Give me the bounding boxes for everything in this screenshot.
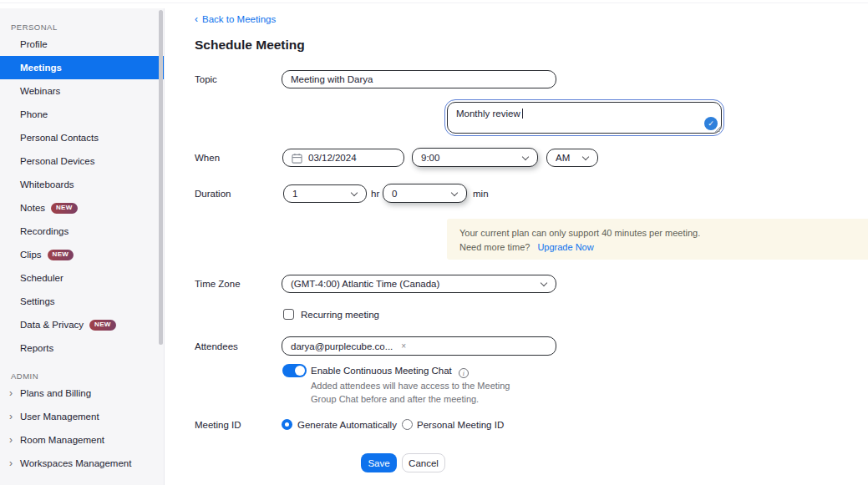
sidebar-item-plans-and-billing[interactable]: ›Plans and Billing — [0, 381, 164, 405]
sidebar-section-admin: ADMIN — [0, 360, 164, 381]
minutes-unit-label: min — [473, 189, 489, 199]
duration-minutes-select[interactable]: 0 — [383, 184, 467, 203]
personal-meeting-id-label: Personal Meeting ID — [417, 420, 504, 430]
time-select[interactable]: 9:00 — [412, 148, 538, 167]
plan-limit-banner: Your current plan can only support 40 mi… — [447, 219, 868, 260]
sidebar-section-personal: PERSONAL — [0, 8, 164, 33]
page-title: Schedule Meeting — [195, 38, 305, 53]
sidebar-item-workspaces-management[interactable]: ›Workspaces Management — [0, 452, 164, 475]
check-badge-icon: ✓ — [704, 117, 718, 130]
attendees-input[interactable]: darya@purplecube.co... × — [282, 336, 556, 356]
sidebar-item-clips[interactable]: ClipsNEW — [0, 243, 164, 266]
time-zone-select[interactable]: (GMT-4:00) Atlantic Time (Canada) — [282, 275, 556, 293]
main-content: ‹Back to Meetings Schedule Meeting Topic… — [165, 0, 868, 485]
schedule-meeting-page: PERSONAL Profile Meetings Webinars Phone… — [0, 0, 868, 485]
personal-meeting-id-radio[interactable] — [402, 419, 413, 430]
sidebar-item-user-management[interactable]: ›User Management — [0, 405, 164, 428]
date-input[interactable]: 03/12/2024 — [282, 149, 404, 167]
meridiem-select[interactable]: AM — [546, 149, 598, 167]
continuous-chat-toggle[interactable] — [282, 364, 307, 377]
new-badge: NEW — [89, 320, 116, 331]
sidebar-item-room-management[interactable]: ›Room Management — [0, 428, 164, 452]
sidebar-item-recordings[interactable]: Recordings — [0, 220, 164, 243]
remove-attendee-icon[interactable]: × — [401, 341, 406, 351]
chevron-down-icon — [451, 190, 458, 197]
sidebar-item-webinars[interactable]: Webinars — [0, 79, 164, 103]
chevron-right-icon: › — [9, 452, 13, 475]
banner-text-line1: Your current plan can only support 40 mi… — [459, 228, 700, 238]
back-to-meetings-link[interactable]: ‹Back to Meetings — [195, 13, 276, 25]
chevron-right-icon: › — [9, 381, 13, 405]
meeting-id-label: Meeting ID — [195, 420, 241, 430]
chevron-down-icon — [582, 154, 589, 161]
hours-unit-label: hr — [371, 189, 379, 199]
sidebar-item-scheduler[interactable]: Scheduler — [0, 266, 164, 290]
cancel-button[interactable]: Cancel — [402, 453, 445, 472]
attendees-label: Attendees — [195, 341, 238, 351]
save-button[interactable]: Save — [361, 453, 397, 472]
when-label: When — [195, 153, 220, 163]
sidebar-item-reports[interactable]: Reports — [0, 336, 164, 360]
sidebar-item-personal-contacts[interactable]: Personal Contacts — [0, 126, 164, 149]
sidebar-item-profile[interactable]: Profile — [0, 33, 164, 56]
recurring-meeting-checkbox[interactable] — [283, 309, 294, 320]
sidebar-item-meetings[interactable]: Meetings — [0, 56, 164, 79]
chevron-right-icon: › — [9, 405, 13, 428]
duration-hours-select[interactable]: 1 — [283, 184, 367, 203]
chevron-down-icon — [522, 154, 529, 161]
generate-automatically-label: Generate Automatically — [297, 420, 397, 430]
recurring-meeting-label: Recurring meeting — [301, 310, 379, 320]
chat-help-line1: Added attendees will have access to the … — [311, 381, 510, 391]
sidebar: PERSONAL Profile Meetings Webinars Phone… — [0, 8, 165, 485]
sidebar-item-personal-devices[interactable]: Personal Devices — [0, 149, 164, 173]
sidebar-item-notes[interactable]: NotesNEW — [0, 196, 164, 220]
info-icon[interactable]: i — [459, 368, 469, 378]
generate-automatically-radio[interactable] — [282, 419, 292, 430]
new-badge: NEW — [48, 250, 74, 260]
calendar-icon — [292, 153, 302, 164]
sidebar-item-whiteboards[interactable]: Whiteboards — [0, 173, 164, 196]
sidebar-item-data-privacy[interactable]: Data & PrivacyNEW — [0, 313, 164, 336]
chevron-down-icon — [351, 190, 358, 197]
topic-input[interactable]: Meeting with Darya — [282, 70, 556, 88]
sidebar-scrollbar[interactable] — [159, 10, 163, 345]
toggle-knob — [295, 366, 305, 376]
upgrade-now-link[interactable]: Upgrade Now — [537, 242, 593, 252]
new-badge: NEW — [51, 203, 78, 214]
back-chevron-icon: ‹ — [195, 13, 198, 25]
chevron-right-icon: › — [9, 428, 13, 452]
duration-label: Duration — [195, 189, 231, 199]
continuous-chat-label: Enable Continuous Meeting Chati — [311, 366, 469, 378]
text-cursor — [522, 109, 523, 119]
description-textarea[interactable]: Monthly review ✓ — [447, 102, 722, 134]
sidebar-item-settings[interactable]: Settings — [0, 290, 164, 313]
banner-text-line2: Need more time?Upgrade Now — [459, 242, 594, 252]
attendee-chip: darya@purplecube.co... — [291, 341, 393, 351]
chevron-down-icon — [541, 280, 547, 287]
sidebar-item-phone[interactable]: Phone — [0, 103, 164, 126]
topic-label: Topic — [195, 74, 217, 84]
time-zone-label: Time Zone — [195, 279, 241, 289]
chat-help-line2: Group Chat before and after the meeting. — [311, 394, 479, 404]
